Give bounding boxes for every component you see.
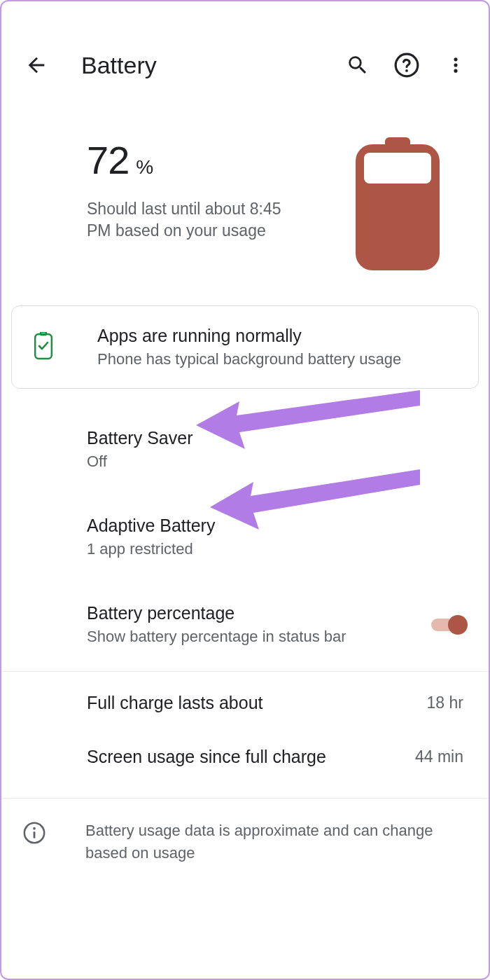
battery-percentage-title: Battery percentage bbox=[87, 603, 468, 623]
arrow-back-icon bbox=[24, 53, 48, 77]
battery-summary: 72 % Should last until about 8:45 PM bas… bbox=[1, 81, 489, 305]
status-card-subtitle: Phone has typical background battery usa… bbox=[97, 350, 401, 368]
status-card[interactable]: Apps are running normally Phone has typi… bbox=[11, 305, 479, 389]
svg-point-11 bbox=[33, 827, 36, 830]
battery-estimate: Should last until about 8:45 PM based on… bbox=[87, 198, 297, 242]
battery-saver-title: Battery Saver bbox=[87, 428, 468, 448]
info-icon bbox=[22, 821, 46, 845]
back-button[interactable] bbox=[22, 51, 50, 79]
svg-rect-7 bbox=[364, 153, 431, 184]
battery-summary-text: 72 % Should last until about 8:45 PM bas… bbox=[87, 137, 356, 242]
help-button[interactable] bbox=[391, 49, 423, 81]
svg-rect-12 bbox=[34, 831, 36, 838]
search-icon bbox=[346, 53, 370, 77]
adaptive-battery-subtitle: 1 app restricted bbox=[87, 540, 468, 558]
screen-usage-stat[interactable]: Screen usage since full charge 44 min bbox=[1, 734, 489, 788]
svg-point-4 bbox=[454, 69, 457, 73]
battery-percentage-toggle[interactable] bbox=[431, 615, 468, 635]
adaptive-battery-title: Adaptive Battery bbox=[87, 516, 468, 536]
battery-icon bbox=[356, 137, 440, 270]
footer-note: Battery usage data is approximate and ca… bbox=[1, 799, 489, 885]
page-title: Battery bbox=[81, 52, 325, 79]
screen-usage-value: 44 min bbox=[415, 747, 463, 766]
battery-saver-subtitle: Off bbox=[87, 453, 468, 471]
search-button[interactable] bbox=[342, 49, 374, 81]
battery-percent: 72 bbox=[87, 137, 129, 183]
percent-symbol: % bbox=[136, 156, 153, 179]
svg-point-2 bbox=[454, 57, 457, 61]
adaptive-battery-item[interactable]: Adaptive Battery 1 app restricted bbox=[1, 500, 489, 574]
screen-usage-label: Screen usage since full charge bbox=[87, 747, 415, 767]
full-charge-value: 18 hr bbox=[427, 693, 463, 712]
full-charge-label: Full charge lasts about bbox=[87, 693, 427, 713]
more-vert-icon bbox=[446, 55, 465, 75]
full-charge-stat[interactable]: Full charge lasts about 18 hr bbox=[1, 672, 489, 734]
app-bar: Battery bbox=[1, 1, 489, 81]
svg-point-1 bbox=[405, 69, 408, 72]
svg-point-3 bbox=[454, 63, 457, 67]
battery-saver-item[interactable]: Battery Saver Off bbox=[1, 413, 489, 486]
overflow-button[interactable] bbox=[440, 49, 472, 81]
help-icon bbox=[393, 52, 420, 78]
footer-note-text: Battery usage data is approximate and ca… bbox=[85, 820, 463, 864]
battery-percentage-subtitle: Show battery percentage in status bar bbox=[87, 628, 468, 646]
battery-ok-icon bbox=[34, 332, 54, 363]
status-card-title: Apps are running normally bbox=[97, 326, 401, 346]
battery-percentage-item[interactable]: Battery percentage Show battery percenta… bbox=[1, 588, 489, 661]
